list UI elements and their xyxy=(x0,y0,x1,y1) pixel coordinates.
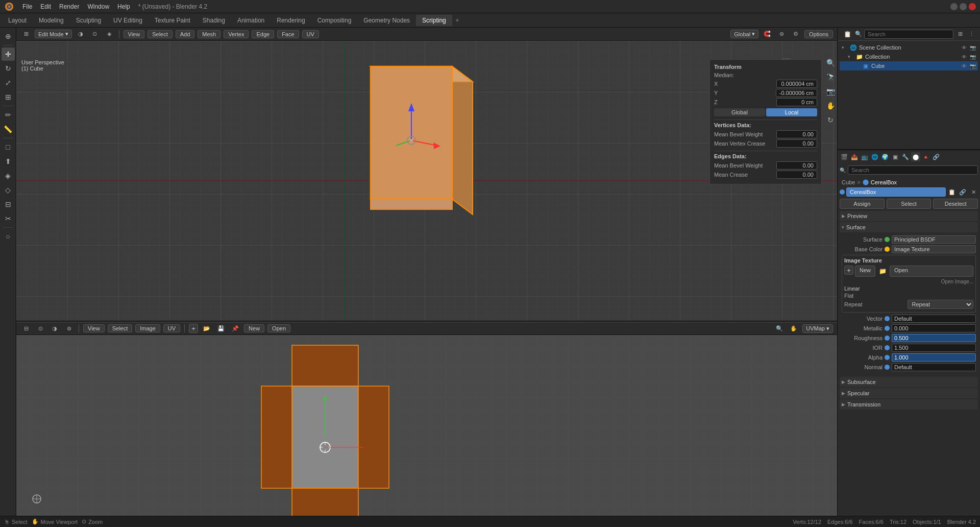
material-props-icon[interactable]: ⬤ xyxy=(911,152,920,161)
toolbar-move[interactable]: ✛ xyxy=(2,47,15,61)
uv-map-select[interactable]: UVMap ▾ xyxy=(802,324,833,333)
global-btn[interactable]: Global xyxy=(714,108,765,116)
z-value[interactable]: 0 cm xyxy=(776,98,817,106)
mesh-btn[interactable]: Mesh xyxy=(198,30,220,38)
edit-mode-select[interactable]: Edit Mode ▾ xyxy=(35,30,72,38)
uv-save-icon[interactable]: 💾 xyxy=(215,323,227,334)
breadcrumb-cube[interactable]: Cube xyxy=(842,179,855,185)
collection-item[interactable]: ▾ 📁 Collection 👁 📷 xyxy=(840,52,978,61)
menu-window[interactable]: Window xyxy=(83,2,113,11)
specular-header[interactable]: ▶ Specular xyxy=(840,388,978,398)
tab-uv-editing[interactable]: UV Editing xyxy=(107,15,149,26)
img-plus-btn[interactable]: + xyxy=(844,266,853,275)
scene-render-icon[interactable]: 📷 xyxy=(970,45,976,51)
uv-pin-icon[interactable]: 📌 xyxy=(230,323,241,334)
uv-canvas[interactable] xyxy=(16,335,837,516)
mean-bevel-weight-value[interactable]: 0.00 xyxy=(776,130,817,138)
select-btn[interactable]: Select xyxy=(148,30,173,38)
add-workspace-btn[interactable]: + xyxy=(452,15,462,26)
surface-value[interactable]: Principled BSDF xyxy=(892,235,976,244)
y-value[interactable]: -0.000006 cm xyxy=(776,89,817,97)
props-search[interactable] xyxy=(848,165,978,175)
toolbar-inset[interactable]: ◈ xyxy=(2,169,15,182)
preview-header[interactable]: ▶ Preview xyxy=(840,211,978,221)
toolbar-transform[interactable]: ⊞ xyxy=(2,90,15,104)
outliner-search[interactable] xyxy=(864,30,953,39)
hand-btn[interactable]: ✋ xyxy=(824,99,837,112)
modifier-props-icon[interactable]: 🔧 xyxy=(901,152,910,161)
rotate-btn[interactable]: ↻ xyxy=(824,113,837,127)
normal-value[interactable]: Default xyxy=(892,363,976,371)
render-props-icon[interactable]: 🎬 xyxy=(840,152,849,161)
uv-uv-btn[interactable]: UV xyxy=(163,324,180,332)
viewport-xray-icon[interactable]: ◈ xyxy=(104,29,115,40)
toolbar-scale[interactable]: ⤢ xyxy=(2,76,15,89)
img-open-btn[interactable]: Open xyxy=(890,266,973,277)
constraint-props-icon[interactable]: 🔗 xyxy=(932,152,941,161)
metallic-value[interactable]: 0.000 xyxy=(892,324,976,332)
proportional-icon[interactable]: ⊚ xyxy=(776,29,787,40)
toolbar-add-cube[interactable]: □ xyxy=(2,140,15,154)
uv-mode-icon[interactable]: ⊙ xyxy=(35,323,46,334)
viewport-overlay-icon[interactable]: ⊙ xyxy=(89,29,101,40)
toolbar-circle[interactable]: ○ xyxy=(2,230,15,243)
img-browse-btn[interactable]: 📁 xyxy=(877,266,888,277)
edge-btn[interactable]: Edge xyxy=(252,30,274,38)
tab-shading[interactable]: Shading xyxy=(197,15,231,26)
tab-modeling[interactable]: Modeling xyxy=(33,15,70,26)
toolbar-cursor[interactable]: ⊕ xyxy=(2,30,15,43)
outliner-options-icon[interactable]: ⋮ xyxy=(967,30,976,39)
subsurface-header[interactable]: ▶ Subsurface xyxy=(840,377,978,387)
uv-type-icon[interactable]: ⊟ xyxy=(20,323,32,334)
surface-header[interactable]: ▾ Surface xyxy=(840,222,978,232)
tab-rendering[interactable]: Rendering xyxy=(271,15,311,26)
cube-item[interactable]: ▣ Cube 👁 📷 xyxy=(840,61,978,70)
select-btn[interactable]: Select xyxy=(887,199,932,209)
mat-copy-icon[interactable]: 📋 xyxy=(947,187,957,197)
view-btn[interactable]: View xyxy=(124,30,145,38)
tab-geometry-nodes[interactable]: Geometry Nodes xyxy=(357,15,416,26)
tab-sculpting[interactable]: Sculpting xyxy=(70,15,107,26)
mat-link-icon[interactable]: 🔗 xyxy=(958,187,967,197)
zoom-out-btn[interactable]: 🔭 xyxy=(824,70,837,84)
img-new-btn[interactable]: New xyxy=(855,266,875,277)
uv-snap-icon[interactable]: ◑ xyxy=(49,323,60,334)
alpha-value[interactable]: 1.000 xyxy=(892,353,976,362)
uv-new-btn[interactable]: New xyxy=(244,324,264,332)
uv-view-btn[interactable]: View xyxy=(83,324,105,332)
local-btn[interactable]: Local xyxy=(766,108,817,116)
collection-vis-icon[interactable]: 👁 xyxy=(962,54,967,60)
menu-render[interactable]: Render xyxy=(55,2,83,11)
uv-open-btn[interactable]: Open xyxy=(267,324,290,332)
object-props-icon[interactable]: ▣ xyxy=(891,152,900,161)
cube-vis-icon[interactable]: 👁 xyxy=(962,63,967,69)
roughness-value[interactable]: 0.500 xyxy=(892,334,976,342)
view-layer-props-icon[interactable]: 📺 xyxy=(860,152,869,161)
tab-layout[interactable]: Layout xyxy=(2,15,33,26)
options-btn[interactable]: Options xyxy=(804,30,833,38)
outliner-filter-icon[interactable]: ⊞ xyxy=(955,30,965,39)
scene-vis-icon[interactable]: 👁 xyxy=(962,45,967,51)
vector-value[interactable]: Default xyxy=(892,315,976,323)
vertex-btn[interactable]: Vertex xyxy=(224,30,249,38)
tab-compositing[interactable]: Compositing xyxy=(311,15,358,26)
base-color-value[interactable]: Image Texture xyxy=(892,245,976,253)
toolbar-knife[interactable]: ✂ xyxy=(2,212,15,225)
repeat-dropdown[interactable]: Repeat Clip Extend xyxy=(908,300,974,309)
breadcrumb-cerealbox[interactable]: CerealBox xyxy=(871,179,897,185)
uv-overlay-icon[interactable]: ⊚ xyxy=(63,323,75,334)
viewport-shading-icon[interactable]: ◑ xyxy=(75,29,86,40)
minimize-btn[interactable] xyxy=(950,3,958,10)
scene-collection-item[interactable]: ▾ 🌐 Scene Collection 👁 📷 xyxy=(840,43,978,52)
menu-file[interactable]: File xyxy=(18,2,36,11)
options-icon[interactable]: ⚙ xyxy=(790,29,801,40)
uv-select-btn[interactable]: Select xyxy=(108,324,133,332)
collection-render-icon[interactable]: 📷 xyxy=(970,54,976,60)
mean-crease-value[interactable]: 0.00 xyxy=(776,171,817,179)
face-btn[interactable]: Face xyxy=(277,30,299,38)
x-value[interactable]: 0.000004 cm xyxy=(776,80,817,88)
add-btn[interactable]: Add xyxy=(176,30,195,38)
uv-btn[interactable]: UV xyxy=(302,30,319,38)
snap-icon[interactable]: 🧲 xyxy=(762,29,773,40)
cube-render-icon[interactable]: 📷 xyxy=(970,63,976,69)
